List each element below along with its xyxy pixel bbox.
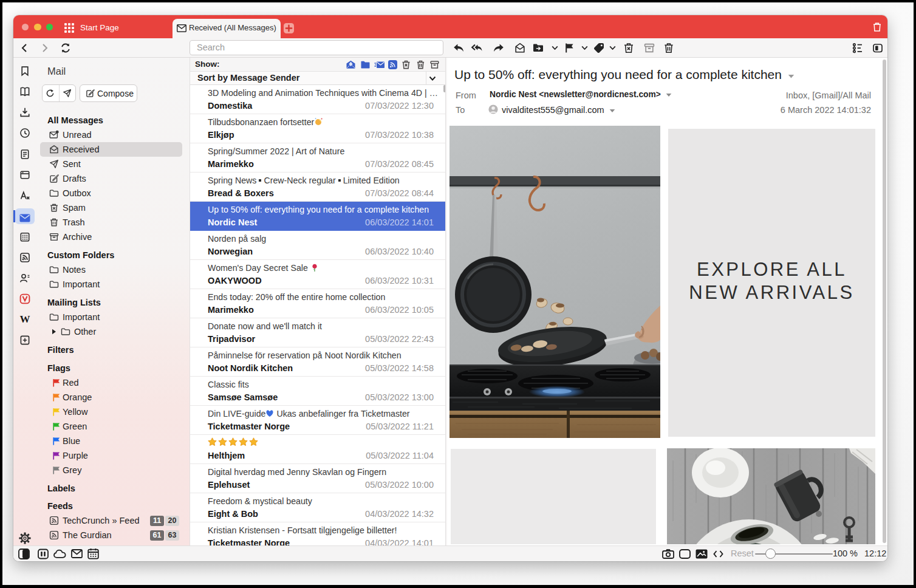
svg-text:W: W: [20, 313, 30, 325]
